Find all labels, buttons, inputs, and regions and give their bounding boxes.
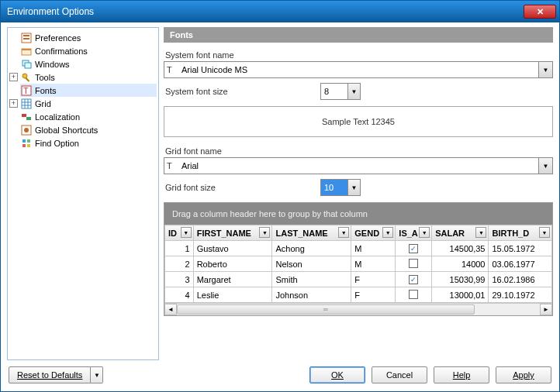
table-row[interactable]: 4LeslieJohnsonF13000,0129.10.1972 — [165, 287, 552, 303]
checkbox[interactable]: ✓ — [409, 275, 418, 284]
reset-defaults-button[interactable]: Reset to Defaults — [9, 366, 91, 383]
table-cell — [396, 256, 432, 272]
svg-point-19 — [24, 128, 29, 132]
expand-icon[interactable]: + — [9, 73, 18, 81]
column-header[interactable]: GEND▼ — [351, 225, 396, 241]
system-font-name-select[interactable]: T Arial Unicode MS ▼ — [164, 61, 553, 78]
reset-defaults-splitbutton[interactable]: Reset to Defaults ▼ — [9, 366, 103, 383]
ok-button[interactable]: OK — [309, 366, 365, 383]
tree-item-global-shortcuts[interactable]: Global Shortcuts — [20, 123, 157, 136]
horizontal-scrollbar[interactable]: ◄ ═ ► — [164, 303, 552, 315]
grid-icon — [20, 98, 33, 110]
close-button[interactable]: ✕ — [524, 5, 556, 19]
table-cell: Smith — [272, 272, 351, 287]
svg-rect-23 — [27, 144, 30, 147]
svg-rect-1 — [23, 35, 29, 36]
fonts-icon: T — [20, 84, 33, 97]
table-row[interactable]: 2RobertoNelsonM1400003.06.1977 — [165, 256, 552, 272]
font-icon: T — [164, 161, 178, 170]
settings-panel: Fonts System font name T Arial Unicode M… — [164, 27, 553, 360]
checkbox[interactable]: ✓ — [409, 244, 418, 253]
button-label: Help — [453, 370, 471, 380]
tree-item-tools[interactable]: + Tools — [9, 70, 157, 84]
system-font-size-stepper[interactable]: ▼ — [320, 83, 361, 100]
system-font-size-input[interactable] — [320, 83, 348, 100]
apply-button[interactable]: Apply — [496, 366, 551, 383]
scroll-thumb[interactable]: ═ — [177, 304, 475, 315]
chevron-down-icon[interactable]: ▼ — [538, 158, 552, 174]
grid-font-size-input[interactable] — [320, 179, 348, 196]
button-label: Cancel — [386, 370, 413, 380]
font-icon: T — [164, 65, 178, 74]
table-cell: 15.05.1972 — [489, 241, 552, 256]
expand-icon[interactable]: + — [9, 99, 18, 108]
filter-icon[interactable]: ▼ — [419, 227, 430, 238]
filter-icon[interactable]: ▼ — [338, 227, 349, 238]
panel-header: Fonts — [164, 27, 553, 43]
tree-item-find-option[interactable]: Find Option — [20, 136, 157, 150]
column-header[interactable]: BIRTH_D▼ — [489, 225, 552, 241]
table-cell: Achong — [272, 241, 351, 256]
grid-font-size-label: Grid font size — [165, 183, 313, 192]
help-button[interactable]: Help — [434, 366, 489, 383]
scroll-track[interactable]: ═ — [177, 304, 540, 315]
tree-item-localization[interactable]: Localization — [20, 110, 157, 123]
tools-icon — [20, 71, 33, 84]
chevron-down-icon[interactable]: ▼ — [538, 62, 552, 77]
table-cell: 16.02.1986 — [489, 272, 552, 287]
filter-icon[interactable]: ▼ — [259, 227, 270, 238]
checkbox[interactable] — [409, 259, 418, 268]
scroll-left-icon[interactable]: ◄ — [164, 304, 177, 315]
find-icon — [20, 137, 33, 150]
svg-rect-2 — [23, 38, 29, 40]
grid-font-size-stepper[interactable]: ▼ — [320, 179, 361, 196]
table-cell: M — [351, 256, 396, 272]
column-header[interactable]: LAST_NAME▼ — [272, 225, 351, 241]
svg-text:T: T — [167, 161, 172, 170]
cancel-button[interactable]: Cancel — [372, 366, 427, 383]
chevron-down-icon[interactable]: ▼ — [348, 83, 361, 100]
column-header[interactable]: SALAR▼ — [432, 225, 489, 241]
table-cell: 3 — [165, 272, 194, 287]
tree-label: Tools — [35, 73, 55, 82]
checkbox[interactable] — [409, 290, 418, 299]
filter-icon[interactable]: ▼ — [181, 227, 192, 238]
chevron-down-icon[interactable]: ▼ — [348, 179, 361, 196]
tree-item-confirmations[interactable]: Confirmations — [20, 44, 157, 57]
button-label: OK — [331, 370, 344, 380]
table-cell: Nelson — [272, 256, 351, 272]
svg-text:T: T — [167, 65, 172, 74]
group-panel[interactable]: Drag a column header here to group by th… — [164, 203, 552, 225]
tree-item-windows[interactable]: Windows — [20, 57, 157, 70]
chevron-down-icon[interactable]: ▼ — [91, 366, 103, 383]
table-cell: Gustavo — [193, 241, 272, 256]
svg-text:T: T — [23, 86, 29, 95]
table-cell — [396, 287, 432, 303]
grid-font-name-select[interactable]: T Arial ▼ — [164, 157, 553, 174]
table-cell: Johnson — [272, 287, 351, 303]
titlebar: Environment Options ✕ — [1, 1, 559, 22]
column-header[interactable]: FIRST_NAME▼ — [193, 225, 272, 241]
filter-icon[interactable]: ▼ — [475, 227, 486, 238]
table-cell: Leslie — [193, 287, 272, 303]
tree-item-preferences[interactable]: Preferences — [20, 31, 157, 44]
preferences-icon — [20, 32, 33, 44]
table-row[interactable]: 3MargaretSmithF✓15030,9916.02.1986 — [165, 272, 552, 287]
filter-icon[interactable]: ▼ — [539, 227, 550, 238]
scroll-right-icon[interactable]: ► — [540, 304, 552, 315]
table-cell: 2 — [165, 256, 194, 272]
footer: Reset to Defaults ▼ OK Cancel Help Apply — [1, 362, 559, 391]
column-header[interactable]: IS_A▼ — [396, 225, 432, 241]
table-cell: 15030,99 — [432, 272, 489, 287]
tree-item-fonts[interactable]: T Fonts — [20, 84, 157, 97]
column-header[interactable]: ID▼ — [165, 225, 194, 241]
window: Environment Options ✕ Preferences Confir… — [0, 0, 560, 392]
combo-value: Arial — [178, 161, 538, 170]
button-label: Reset to Defaults — [17, 370, 82, 380]
filter-icon[interactable]: ▼ — [382, 227, 393, 238]
tree-item-grid[interactable]: + Grid — [9, 97, 157, 110]
table-row[interactable]: 1GustavoAchongM✓14500,3515.05.1972 — [165, 241, 552, 256]
close-icon: ✕ — [537, 7, 544, 17]
table-cell: 13000,01 — [432, 287, 489, 303]
table-cell: ✓ — [396, 272, 432, 287]
